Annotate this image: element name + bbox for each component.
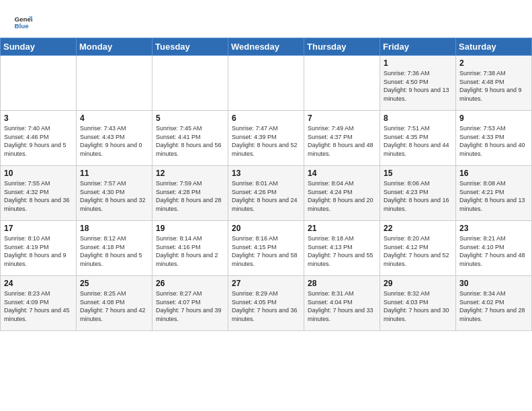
day-info: Sunrise: 8:14 AM Sunset: 4:16 PM Dayligh… — [156, 234, 224, 268]
day-number: 25 — [80, 279, 148, 288]
calendar-cell: 8Sunrise: 7:51 AM Sunset: 4:35 PM Daylig… — [380, 111, 456, 166]
day-number: 21 — [308, 224, 376, 233]
day-number: 9 — [459, 113, 528, 123]
day-of-week-monday: Monday — [77, 38, 152, 56]
calendar-cell: 30Sunrise: 8:34 AM Sunset: 4:02 PM Dayli… — [456, 276, 532, 331]
calendar-cell: 14Sunrise: 8:04 AM Sunset: 4:24 PM Dayli… — [304, 166, 380, 221]
day-info: Sunrise: 7:43 AM Sunset: 4:43 PM Dayligh… — [80, 124, 148, 158]
day-info: Sunrise: 8:18 AM Sunset: 4:13 PM Dayligh… — [308, 234, 376, 268]
day-info: Sunrise: 8:21 AM Sunset: 4:10 PM Dayligh… — [459, 234, 528, 268]
calendar-cell: 5Sunrise: 7:45 AM Sunset: 4:41 PM Daylig… — [152, 111, 228, 166]
day-number: 5 — [156, 113, 224, 123]
calendar-cell — [228, 56, 304, 111]
day-info: Sunrise: 7:40 AM Sunset: 4:46 PM Dayligh… — [4, 124, 73, 158]
calendar-cell — [1, 56, 77, 111]
calendar-cell: 9Sunrise: 7:53 AM Sunset: 4:33 PM Daylig… — [456, 111, 532, 166]
day-number: 10 — [4, 169, 73, 178]
day-number: 26 — [156, 279, 224, 288]
day-info: Sunrise: 8:10 AM Sunset: 4:19 PM Dayligh… — [4, 234, 73, 268]
day-number: 11 — [80, 169, 148, 178]
calendar-cell: 21Sunrise: 8:18 AM Sunset: 4:13 PM Dayli… — [304, 221, 380, 276]
calendar-cell: 23Sunrise: 8:21 AM Sunset: 4:10 PM Dayli… — [456, 221, 532, 276]
day-info: Sunrise: 8:12 AM Sunset: 4:18 PM Dayligh… — [80, 234, 148, 268]
logo-icon: General Blue — [13, 12, 32, 31]
day-number: 18 — [80, 224, 148, 233]
day-info: Sunrise: 8:20 AM Sunset: 4:12 PM Dayligh… — [384, 234, 452, 268]
day-info: Sunrise: 8:16 AM Sunset: 4:15 PM Dayligh… — [232, 234, 300, 268]
day-number: 1 — [384, 58, 452, 68]
calendar: SundayMondayTuesdayWednesdayThursdayFrid… — [0, 38, 532, 331]
day-of-week-thursday: Thursday — [304, 38, 380, 56]
day-info: Sunrise: 8:23 AM Sunset: 4:09 PM Dayligh… — [4, 289, 73, 323]
day-number: 27 — [232, 279, 300, 288]
calendar-cell: 6Sunrise: 7:47 AM Sunset: 4:39 PM Daylig… — [228, 111, 304, 166]
calendar-cell: 29Sunrise: 8:32 AM Sunset: 4:03 PM Dayli… — [380, 276, 456, 331]
day-of-week-wednesday: Wednesday — [228, 38, 304, 56]
day-number: 29 — [384, 279, 452, 288]
calendar-cell — [77, 56, 152, 111]
day-number: 3 — [4, 113, 73, 123]
day-number: 6 — [232, 113, 300, 123]
calendar-cell: 18Sunrise: 8:12 AM Sunset: 4:18 PM Dayli… — [77, 221, 152, 276]
day-of-week-sunday: Sunday — [1, 38, 77, 56]
day-info: Sunrise: 8:29 AM Sunset: 4:05 PM Dayligh… — [232, 289, 300, 323]
day-number: 8 — [384, 113, 452, 123]
day-info: Sunrise: 8:04 AM Sunset: 4:24 PM Dayligh… — [308, 179, 376, 213]
calendar-cell: 2Sunrise: 7:38 AM Sunset: 4:48 PM Daylig… — [456, 56, 532, 111]
day-info: Sunrise: 8:25 AM Sunset: 4:08 PM Dayligh… — [80, 289, 148, 323]
calendar-cell: 16Sunrise: 8:08 AM Sunset: 4:21 PM Dayli… — [456, 166, 532, 221]
day-info: Sunrise: 8:01 AM Sunset: 4:26 PM Dayligh… — [232, 179, 300, 213]
day-number: 7 — [308, 113, 376, 123]
day-info: Sunrise: 7:45 AM Sunset: 4:41 PM Dayligh… — [156, 124, 224, 158]
header: General Blue — [0, 0, 532, 38]
day-number: 12 — [156, 169, 224, 178]
day-number: 16 — [459, 169, 528, 178]
day-info: Sunrise: 7:57 AM Sunset: 4:30 PM Dayligh… — [80, 179, 148, 213]
calendar-cell: 11Sunrise: 7:57 AM Sunset: 4:30 PM Dayli… — [77, 166, 152, 221]
calendar-cell: 19Sunrise: 8:14 AM Sunset: 4:16 PM Dayli… — [152, 221, 228, 276]
day-info: Sunrise: 7:49 AM Sunset: 4:37 PM Dayligh… — [308, 124, 376, 158]
calendar-cell: 15Sunrise: 8:06 AM Sunset: 4:23 PM Dayli… — [380, 166, 456, 221]
calendar-cell: 10Sunrise: 7:55 AM Sunset: 4:32 PM Dayli… — [1, 166, 77, 221]
calendar-cell — [152, 56, 228, 111]
calendar-cell: 26Sunrise: 8:27 AM Sunset: 4:07 PM Dayli… — [152, 276, 228, 331]
day-number: 20 — [232, 224, 300, 233]
calendar-cell: 12Sunrise: 7:59 AM Sunset: 4:28 PM Dayli… — [152, 166, 228, 221]
day-info: Sunrise: 8:08 AM Sunset: 4:21 PM Dayligh… — [459, 179, 528, 213]
calendar-cell: 17Sunrise: 8:10 AM Sunset: 4:19 PM Dayli… — [1, 221, 77, 276]
day-number: 15 — [384, 169, 452, 178]
day-info: Sunrise: 7:47 AM Sunset: 4:39 PM Dayligh… — [232, 124, 300, 158]
day-number: 23 — [459, 224, 528, 233]
calendar-cell: 1Sunrise: 7:36 AM Sunset: 4:50 PM Daylig… — [380, 56, 456, 111]
day-of-week-friday: Friday — [380, 38, 456, 56]
day-number: 28 — [308, 279, 376, 288]
calendar-cell: 25Sunrise: 8:25 AM Sunset: 4:08 PM Dayli… — [77, 276, 152, 331]
day-of-week-tuesday: Tuesday — [152, 38, 228, 56]
day-info: Sunrise: 8:32 AM Sunset: 4:03 PM Dayligh… — [384, 289, 452, 323]
calendar-cell: 4Sunrise: 7:43 AM Sunset: 4:43 PM Daylig… — [77, 111, 152, 166]
day-info: Sunrise: 7:51 AM Sunset: 4:35 PM Dayligh… — [384, 124, 452, 158]
day-of-week-saturday: Saturday — [456, 38, 532, 56]
day-info: Sunrise: 7:38 AM Sunset: 4:48 PM Dayligh… — [459, 69, 528, 103]
calendar-cell: 7Sunrise: 7:49 AM Sunset: 4:37 PM Daylig… — [304, 111, 380, 166]
day-number: 17 — [4, 224, 73, 233]
day-info: Sunrise: 8:34 AM Sunset: 4:02 PM Dayligh… — [459, 289, 528, 323]
day-info: Sunrise: 8:06 AM Sunset: 4:23 PM Dayligh… — [384, 179, 452, 213]
logo: General Blue — [13, 12, 35, 31]
svg-text:Blue: Blue — [14, 22, 29, 30]
day-number: 13 — [232, 169, 300, 178]
day-number: 2 — [459, 58, 528, 68]
day-info: Sunrise: 8:27 AM Sunset: 4:07 PM Dayligh… — [156, 289, 224, 323]
calendar-cell: 27Sunrise: 8:29 AM Sunset: 4:05 PM Dayli… — [228, 276, 304, 331]
day-number: 4 — [80, 113, 148, 123]
day-number: 24 — [4, 279, 73, 288]
day-number: 14 — [308, 169, 376, 178]
calendar-cell: 13Sunrise: 8:01 AM Sunset: 4:26 PM Dayli… — [228, 166, 304, 221]
day-info: Sunrise: 7:36 AM Sunset: 4:50 PM Dayligh… — [384, 69, 452, 103]
calendar-cell: 22Sunrise: 8:20 AM Sunset: 4:12 PM Dayli… — [380, 221, 456, 276]
day-info: Sunrise: 7:53 AM Sunset: 4:33 PM Dayligh… — [459, 124, 528, 158]
day-info: Sunrise: 8:31 AM Sunset: 4:04 PM Dayligh… — [308, 289, 376, 323]
calendar-cell — [304, 56, 380, 111]
calendar-cell: 28Sunrise: 8:31 AM Sunset: 4:04 PM Dayli… — [304, 276, 380, 331]
calendar-cell: 3Sunrise: 7:40 AM Sunset: 4:46 PM Daylig… — [1, 111, 77, 166]
